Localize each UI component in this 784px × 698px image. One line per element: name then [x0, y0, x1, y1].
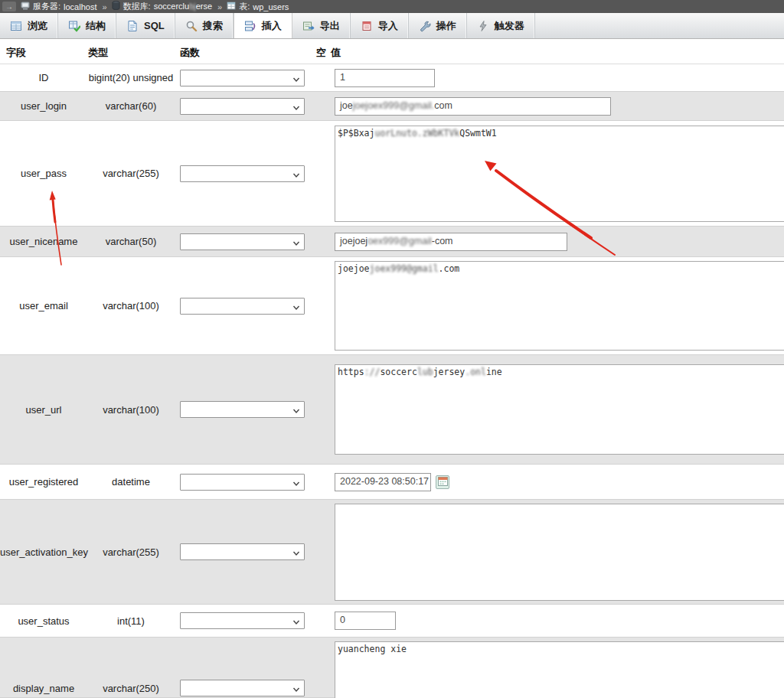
tab-insert[interactable]: 插入 — [234, 13, 292, 38]
chevron-down-icon — [292, 103, 300, 114]
server-icon — [21, 2, 30, 11]
value-text: .com — [439, 263, 460, 274]
field-name-label: user_pass — [0, 168, 87, 179]
field-name-label: user_nicename — [0, 236, 87, 247]
value-text: com — [434, 100, 452, 111]
tab-import[interactable]: 导入 — [351, 13, 409, 38]
field-name-label: user_status — [0, 615, 87, 627]
tab-label: 导入 — [378, 19, 398, 33]
breadcrumb-label: 表: — [239, 1, 250, 12]
tab-search[interactable]: 搜索 — [175, 13, 234, 38]
operations-icon — [419, 20, 431, 32]
structure-icon — [68, 20, 80, 32]
chevron-down-icon — [292, 548, 300, 559]
user_login-value-input[interactable]: joejoejoex999@gmail.com — [335, 97, 611, 116]
field-name-label: user_activation_key — [0, 546, 87, 558]
function-select[interactable] — [180, 612, 305, 629]
value-text: 2022-09-23 08:50:17 — [340, 476, 429, 487]
sql-icon — [126, 20, 139, 32]
value-text: joe — [340, 100, 353, 111]
blurred-text: lub — [417, 367, 433, 377]
breadcrumb-label: 服务器: — [33, 1, 60, 12]
user_registered-value-input[interactable]: 2022-09-23 08:50:17 — [335, 473, 431, 491]
blurred-text: :// — [364, 367, 381, 377]
field-row-ID: IDbigint(20) unsigned1 — [0, 64, 784, 91]
tab-browse[interactable]: 浏览 — [0, 13, 58, 38]
insert-form-rows: IDbigint(20) unsigned1user_loginvarchar(… — [0, 64, 784, 698]
table-icon — [227, 2, 236, 11]
function-cell — [175, 165, 314, 182]
tab-structure[interactable]: 结构 — [58, 13, 116, 38]
ID-value-input[interactable]: 1 — [335, 69, 435, 87]
user_activation_key-value-textarea[interactable] — [335, 504, 784, 601]
function-select[interactable] — [180, 474, 305, 491]
breadcrumb-database[interactable]: 数据库: soccerclubjerse — [112, 1, 213, 12]
user_nicename-value-input[interactable]: joejoejoex999@gmail-com — [335, 233, 567, 251]
user_url-value-textarea[interactable]: https://soccerclubjersey.online — [335, 364, 784, 455]
value-text: https — [338, 367, 364, 377]
tab-operations[interactable]: 操作 — [409, 13, 467, 38]
chevron-down-icon — [292, 478, 300, 490]
field-row-user_registered: user_registereddatetime2022-09-23 08:50:… — [0, 465, 784, 499]
search-icon — [185, 20, 198, 32]
tab-label: SQL — [144, 20, 165, 31]
value-cell: 0 — [335, 612, 784, 630]
tab-sql[interactable]: SQL — [116, 13, 175, 38]
function-select[interactable] — [180, 70, 305, 86]
column-header-null: 空 — [316, 46, 326, 60]
function-select[interactable] — [180, 401, 305, 418]
field-name-label: ID — [0, 72, 87, 83]
chevron-down-icon — [292, 302, 300, 314]
field-type-label: varchar(60) — [87, 100, 175, 112]
breadcrumb-separator: » — [217, 2, 222, 11]
tab-triggers[interactable]: 触发器 — [467, 13, 535, 38]
value-text: jersey — [433, 367, 466, 377]
field-name-label: display_name — [0, 683, 87, 694]
field-name-label: user_email — [0, 300, 87, 311]
chevron-down-icon — [292, 617, 300, 628]
function-cell — [175, 70, 314, 86]
function-cell — [175, 298, 314, 315]
value-cell: joejoejoex999@gmail.com — [335, 97, 784, 116]
user_email-value-textarea[interactable]: joejoejoex999@gmail.com — [335, 261, 784, 351]
display_name-value-textarea[interactable]: yuancheng xie — [335, 641, 784, 698]
function-cell — [175, 474, 314, 491]
user_pass-value-textarea[interactable]: $P$BxajuorLnuto.zWbKTVkQSwmtW1 — [335, 126, 784, 222]
tab-label: 搜索 — [203, 19, 223, 33]
column-header-field: 字段 — [6, 46, 26, 60]
breadcrumb-server[interactable]: 服务器: localhost — [21, 1, 96, 12]
function-select[interactable] — [180, 233, 305, 250]
tab-export[interactable]: 导出 — [292, 13, 351, 38]
function-select[interactable] — [180, 98, 305, 115]
field-row-user_email: user_emailvarchar(100)joejoejoex999@gmai… — [0, 257, 784, 354]
field-name-label: user_url — [0, 404, 87, 416]
blurred-text: joejoex999@gmail. — [353, 100, 435, 111]
field-type-label: varchar(50) — [87, 236, 175, 247]
field-row-user_status: user_statusint(11)0 — [0, 605, 784, 637]
field-row-user_activation_key: user_activation_keyvarchar(255) — [0, 499, 784, 605]
function-select[interactable] — [180, 543, 305, 560]
chevron-down-icon — [292, 170, 300, 181]
field-name-label: user_registered — [0, 476, 87, 488]
breadcrumb-value: soccerclubjerse — [154, 2, 212, 11]
function-select[interactable] — [180, 680, 305, 696]
value-text: 1 — [340, 72, 345, 83]
value-cell — [335, 504, 784, 601]
function-cell — [175, 233, 314, 250]
function-select[interactable] — [180, 165, 305, 182]
function-select[interactable] — [180, 298, 305, 315]
blurred-text: oex999@gmail — [368, 236, 432, 246]
value-text: QSwmtW1 — [459, 128, 496, 139]
breadcrumb-table[interactable]: 表: wp_users — [227, 1, 289, 12]
value-text: wp_users — [253, 2, 289, 11]
calendar-button[interactable] — [436, 475, 449, 489]
user_status-value-input[interactable]: 0 — [335, 612, 396, 630]
tab-label: 导出 — [320, 19, 340, 33]
value-text: erse — [196, 2, 212, 11]
function-cell — [175, 637, 314, 696]
field-type-label: datetime — [87, 476, 175, 488]
chevron-down-icon — [292, 74, 300, 86]
value-cell: yuancheng xie — [335, 637, 784, 698]
collapse-arrow-icon[interactable]: → — [2, 2, 16, 11]
function-cell — [175, 401, 314, 418]
